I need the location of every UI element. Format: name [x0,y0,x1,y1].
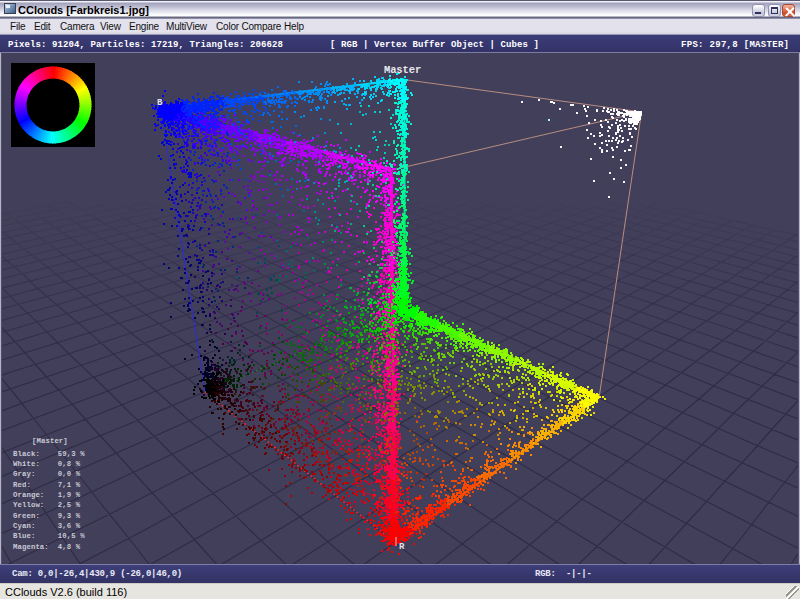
svg-text:[Master]: [Master] [32,437,68,445]
svg-text:B: B [157,98,163,108]
svg-text:Black: 59,3 %: Black: 59,3 % [13,450,85,458]
svg-text:Blue: 10,5 %: Blue: 10,5 % [13,532,85,540]
svg-text:Yellow: 2,5 %: Yellow: 2,5 % [13,501,81,509]
svg-text:White: 0,8 %: White: 0,8 % [13,460,81,468]
svg-text:Cyan: 3,6 %: Cyan: 3,6 % [13,522,81,530]
svg-text:Gray: 0,0 %: Gray: 0,0 % [13,470,81,478]
svg-text:Red: 7,1 %: Red: 7,1 % [13,481,81,489]
svg-text:Magenta: 4,8 %: Magenta: 4,8 % [13,543,81,551]
svg-text:Master: Master [384,64,421,76]
svg-text:R: R [399,542,405,552]
svg-text:Green: 9,3 %: Green: 9,3 % [13,512,81,520]
svg-text:Orange: 1,9 %: Orange: 1,9 % [13,491,81,499]
